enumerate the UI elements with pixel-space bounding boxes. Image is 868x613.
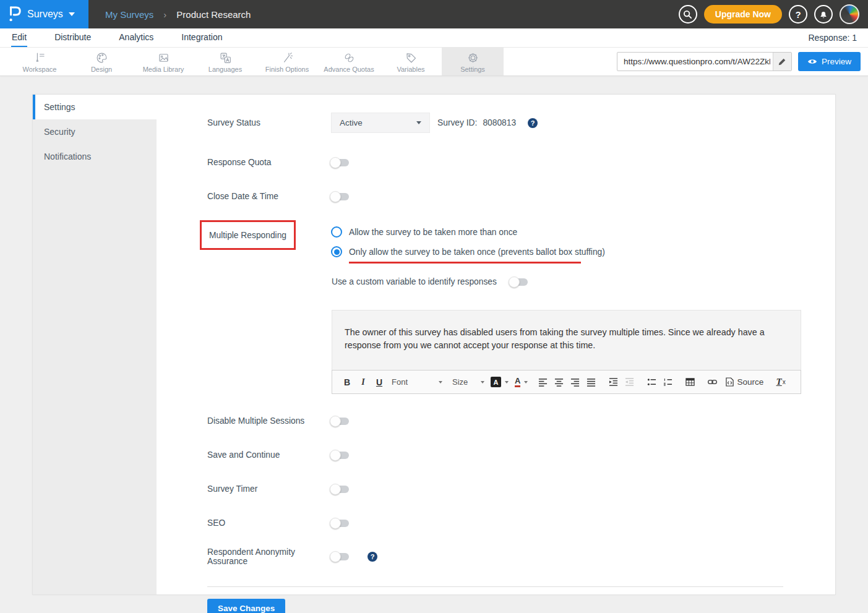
source-button[interactable]: Source — [726, 377, 763, 387]
bullet-list-button[interactable] — [644, 374, 659, 390]
user-avatar[interactable] — [840, 4, 859, 24]
tab-integration[interactable]: Integration — [181, 29, 223, 47]
align-left-button[interactable] — [535, 374, 550, 390]
text-color-button[interactable]: A — [515, 374, 528, 390]
editor-toolbar: B I U Font Size A A — [332, 370, 801, 394]
indent-decrease-icon — [625, 377, 634, 387]
custom-variable-label: Use a custom variable to identify respon… — [332, 277, 497, 286]
edit-toolbar: Workspace Design Media Library Languages… — [0, 48, 868, 76]
survey-status-label: Survey Status — [207, 118, 331, 127]
survey-url-group — [617, 52, 792, 71]
close-date-label: Close Date & Time — [207, 192, 331, 201]
toolbar-item-media-library[interactable]: Media Library — [132, 48, 194, 75]
disable-multiple-sessions-toggle[interactable] — [331, 418, 349, 425]
toolbar-item-design[interactable]: Design — [71, 48, 132, 75]
chevron-down-icon — [439, 381, 442, 384]
breadcrumb-current-survey: Product Research — [176, 9, 251, 20]
chevron-down-icon — [524, 381, 528, 384]
settings-card: Settings Security Notifications Survey S… — [32, 94, 836, 595]
italic-button[interactable]: I — [356, 374, 371, 390]
table-icon — [685, 377, 695, 387]
breadcrumb-my-surveys[interactable]: My Surveys — [105, 9, 153, 20]
toolbar-item-settings[interactable]: Settings — [442, 48, 504, 75]
respondent-anonymity-help-icon[interactable]: ? — [367, 552, 377, 562]
numbered-list-button[interactable] — [660, 374, 675, 390]
toolbar-right: Preview — [617, 48, 868, 75]
insert-table-button[interactable] — [682, 374, 697, 390]
tab-analytics[interactable]: Analytics — [118, 29, 154, 47]
chevron-down-icon — [505, 381, 509, 384]
insert-link-button[interactable] — [705, 374, 720, 390]
size-dropdown[interactable]: Size — [452, 374, 484, 390]
eye-icon — [807, 58, 817, 65]
radio-allow-multiple[interactable] — [331, 226, 342, 238]
background-color-button[interactable]: A — [491, 374, 509, 390]
custom-variable-row: Use a custom variable to identify respon… — [157, 277, 835, 286]
sidebar-item-settings[interactable]: Settings — [33, 95, 157, 119]
save-and-continue-toggle[interactable] — [331, 452, 349, 459]
survey-id-help-icon[interactable]: ? — [528, 118, 538, 128]
edit-url-button[interactable] — [773, 53, 791, 71]
tab-distribute[interactable]: Distribute — [54, 29, 92, 47]
questionpro-logo-icon — [8, 6, 22, 23]
tab-edit[interactable]: Edit — [11, 29, 27, 47]
toolbar-item-variables[interactable]: Variables — [380, 48, 442, 75]
notifications-button[interactable] — [814, 5, 833, 24]
bell-icon — [819, 9, 828, 19]
workspace-icon — [33, 51, 47, 65]
survey-id-label: Survey ID: — [437, 118, 477, 127]
justify-icon — [587, 377, 596, 387]
preview-button[interactable]: Preview — [798, 52, 861, 71]
close-date-toggle[interactable] — [331, 193, 349, 200]
respondent-anonymity-toggle[interactable] — [331, 553, 349, 560]
upgrade-now-button[interactable]: Upgrade Now — [704, 5, 782, 24]
radio-only-once[interactable] — [331, 246, 342, 257]
sidebar-item-security[interactable]: Security — [33, 119, 157, 144]
justify-button[interactable] — [583, 374, 598, 390]
indent-increase-button[interactable] — [606, 374, 621, 390]
response-count: Response: 1 — [808, 33, 857, 43]
chevron-down-icon — [416, 121, 421, 124]
languages-icon — [218, 51, 233, 65]
align-left-icon — [538, 377, 548, 387]
response-quota-row: Response Quota — [157, 158, 835, 167]
media-library-icon — [157, 51, 171, 65]
help-icon: ? — [795, 9, 801, 20]
sidebar-item-notifications[interactable]: Notifications — [33, 144, 157, 169]
chevron-down-icon — [481, 381, 484, 384]
toolbar-item-finish-options[interactable]: Finish Options — [256, 48, 318, 75]
section-tabs: Edit Distribute Analytics Integration Re… — [0, 28, 868, 48]
save-changes-button[interactable]: Save Changes — [207, 599, 285, 613]
help-button[interactable]: ? — [789, 5, 807, 24]
indent-decrease-button[interactable] — [622, 374, 637, 390]
toolbar-item-advance-quotas[interactable]: Advance Quotas — [318, 48, 380, 75]
product-switcher[interactable]: Surveys — [0, 0, 88, 28]
multiple-responding-row: Multiple Responding Allow the survey to … — [157, 220, 835, 264]
align-right-button[interactable] — [567, 374, 582, 390]
response-quota-toggle[interactable] — [331, 159, 349, 166]
bullet-list-icon — [647, 377, 656, 387]
survey-status-dropdown[interactable]: Active — [331, 113, 430, 133]
remove-format-button[interactable]: T x — [773, 374, 788, 390]
align-center-button[interactable] — [551, 374, 566, 390]
survey-status-row: Survey Status Active Survey ID: 8080813 … — [157, 113, 835, 133]
custom-variable-toggle[interactable] — [510, 278, 528, 286]
underline-button[interactable]: U — [372, 374, 387, 390]
font-dropdown[interactable]: Font — [392, 374, 442, 390]
toolbar-item-languages[interactable]: Languages — [194, 48, 256, 75]
chevron-down-icon — [69, 12, 75, 16]
respondent-anonymity-label: Respondent Anonymity Assurance — [207, 547, 331, 566]
close-date-row: Close Date & Time — [157, 192, 835, 201]
numbered-list-icon — [663, 377, 672, 387]
toolbar-item-workspace[interactable]: Workspace — [9, 48, 71, 75]
survey-timer-toggle[interactable] — [331, 486, 349, 493]
align-right-icon — [570, 377, 580, 387]
multiple-responding-label: Multiple Responding — [209, 231, 286, 240]
editor-message-area[interactable]: The owner of this survey has disabled us… — [332, 310, 801, 370]
survey-url-input[interactable] — [617, 52, 792, 71]
respondent-anonymity-row: Respondent Anonymity Assurance ? — [157, 547, 835, 566]
search-button[interactable] — [679, 5, 697, 24]
seo-toggle[interactable] — [331, 520, 349, 527]
advance-quotas-links-icon — [342, 51, 356, 65]
bold-button[interactable]: B — [340, 374, 355, 390]
